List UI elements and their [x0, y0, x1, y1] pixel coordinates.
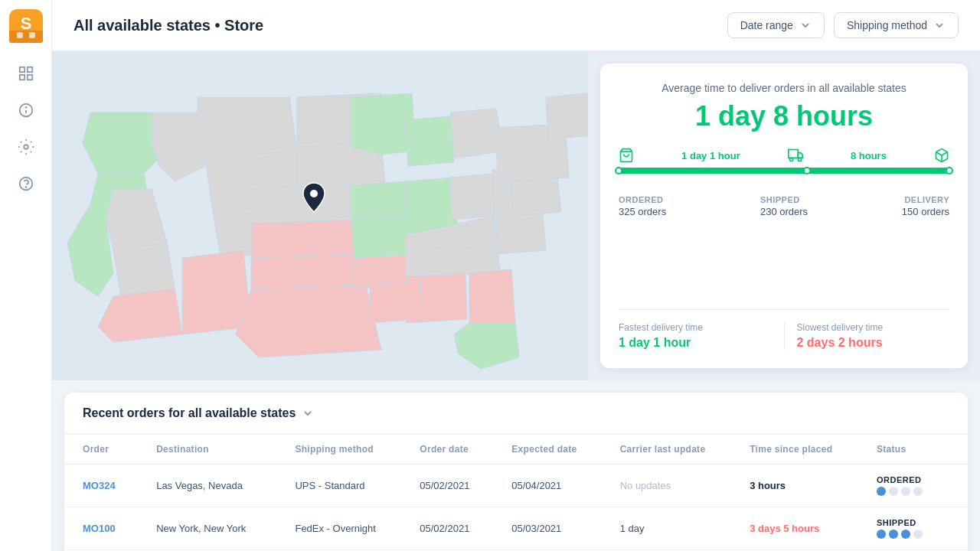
progress-section: 1 day 1 hour 8 hours: [619, 148, 949, 174]
page-content: Average time to deliver orders in all av…: [52, 51, 980, 551]
svg-marker-50: [546, 93, 588, 139]
cell-expected-date: 05/04/2021: [493, 465, 601, 507]
svg-marker-39: [450, 109, 504, 158]
table-row: MO100 New York, New York FedEx - Overnig…: [64, 507, 968, 550]
ordered-time-label: 1 day 1 hour: [681, 150, 740, 161]
svg-rect-5: [19, 67, 24, 72]
shipping-method-dropdown[interactable]: Shipping method: [834, 12, 959, 38]
svg-point-57: [798, 158, 801, 161]
delivery-label: DELIVERY: [902, 195, 949, 204]
svg-marker-21: [198, 97, 297, 158]
status-dot-2: [901, 530, 910, 539]
box-icon: [934, 148, 949, 163]
shipped-time: 8 hours: [851, 150, 887, 161]
progress-dot-shipped: [803, 167, 811, 174]
nav-info[interactable]: [11, 95, 41, 126]
cell-destination: New York, New York: [138, 507, 276, 550]
status-label: ORDERED: [877, 475, 949, 484]
status-dot-1: [889, 530, 898, 539]
table-header: Order Destination Shipping method Order …: [64, 435, 968, 465]
cell-status: ORDERED: [858, 465, 968, 507]
cell-destination: Las Vegas, Nevada: [138, 465, 276, 507]
slowest-value: 2 days 2 hours: [797, 336, 950, 350]
status-dots: [877, 487, 949, 496]
order-link[interactable]: MO324: [83, 480, 116, 491]
delivery-icon-group: [934, 148, 949, 163]
status-label: SHIPPED: [877, 518, 949, 527]
cell-expected-date: 05/03/2021: [493, 507, 601, 550]
col-order-date: Order date: [401, 435, 493, 465]
shipped-count: 230 orders: [760, 206, 808, 217]
svg-marker-34: [351, 181, 408, 220]
nav-grid[interactable]: [11, 58, 41, 89]
cell-shipping-method: UPS - Standard: [276, 465, 401, 507]
col-destination: Destination: [138, 435, 276, 465]
svg-marker-32: [236, 285, 381, 357]
page-title: All available states • Store: [74, 17, 263, 34]
chevron-down-icon: [799, 19, 812, 31]
cell-time-placed: 3 days 5 hours: [731, 507, 858, 550]
nav-help[interactable]: [11, 168, 41, 199]
cell-time-placed: 3 hours: [731, 465, 858, 507]
order-link[interactable]: MO100: [83, 523, 116, 534]
delivery-count: 150 orders: [902, 206, 949, 217]
delivery-stat: DELIVERY 150 orders: [902, 195, 949, 217]
svg-marker-30: [251, 220, 358, 258]
status-dot-0: [877, 487, 886, 496]
app-logo[interactable]: S: [9, 9, 43, 43]
svg-marker-48: [511, 178, 561, 216]
top-section: Average time to deliver orders in all av…: [52, 51, 980, 380]
fastest-label: Fastest delivery time: [619, 322, 772, 333]
cell-order-date: 05/02/2021: [401, 465, 493, 507]
svg-marker-29: [251, 185, 354, 223]
stats-subtitle: Average time to deliver orders in all av…: [619, 82, 949, 94]
status-group: ORDERED: [877, 475, 949, 496]
svg-rect-3: [17, 32, 23, 38]
cell-carrier-update: 1 day: [602, 507, 731, 550]
status-dots: [877, 530, 949, 539]
header-controls: Date range Shipping method: [727, 12, 959, 38]
col-status: Status: [858, 435, 968, 465]
status-dot-0: [877, 530, 886, 539]
shipped-label: SHIPPED: [760, 195, 808, 204]
progress-bar: [619, 168, 949, 174]
svg-rect-4: [29, 32, 35, 38]
orders-header: Recent orders for all available states: [64, 393, 968, 435]
svg-marker-45: [469, 269, 515, 327]
orders-section: Recent orders for all available states O…: [64, 393, 968, 551]
stats-panel: Average time to deliver orders in all av…: [600, 64, 968, 368]
cell-order: MO100: [64, 507, 138, 550]
progress-dot-start: [615, 167, 622, 174]
shipped-stat: SHIPPED 230 orders: [760, 195, 808, 217]
nav-settings[interactable]: [11, 132, 41, 162]
table-row: MO324 Las Vegas, Nevada UPS - Standard 0…: [64, 465, 968, 507]
svg-rect-7: [19, 75, 24, 80]
ordered-count: 325 orders: [619, 206, 666, 217]
status-group: SHIPPED: [877, 518, 949, 539]
status-dot-3: [913, 530, 923, 539]
date-range-label: Date range: [740, 19, 793, 31]
cell-status: SHIPPED: [858, 507, 968, 550]
map-container: [52, 51, 588, 380]
cell-carrier-update: No updates: [602, 465, 731, 507]
us-map: [52, 51, 588, 380]
svg-rect-54: [789, 150, 799, 158]
ordered-label: ORDERED: [619, 195, 666, 204]
ordered-time: 1 day 1 hour: [681, 150, 740, 161]
svg-marker-16: [83, 112, 159, 174]
cell-order-date: 05/02/2021: [401, 507, 493, 550]
truck-icon: [788, 148, 803, 163]
svg-text:S: S: [20, 14, 31, 33]
slowest-delivery: Slowest delivery time 2 days 2 hours: [785, 322, 950, 350]
date-range-dropdown[interactable]: Date range: [727, 12, 825, 38]
orders-chevron-icon[interactable]: [302, 407, 314, 419]
col-order: Order: [64, 435, 138, 465]
status-dot-2: [901, 487, 910, 496]
chevron-down-icon-2: [933, 19, 946, 31]
svg-rect-6: [27, 67, 31, 72]
svg-point-52: [310, 190, 318, 197]
shipped-icon-group: [788, 148, 803, 163]
fastest-delivery: Fastest delivery time 1 day 1 hour: [619, 322, 785, 350]
svg-point-12: [24, 145, 28, 149]
delivery-times: Fastest delivery time 1 day 1 hour Slowe…: [619, 309, 949, 350]
